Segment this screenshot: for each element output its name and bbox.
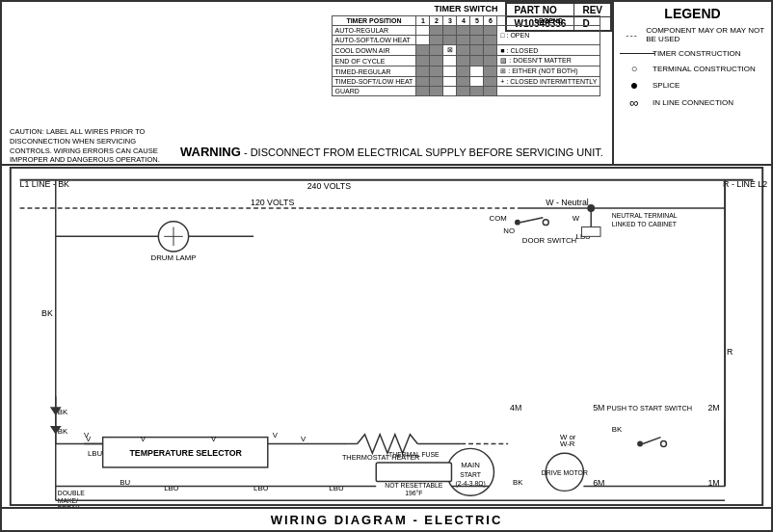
warning-text: - DISCONNECT FROM ELECTRICAL SUPPLY BEFO… xyxy=(244,146,603,158)
wiring-diagram: L1 LINE - BK R - LINE L2 240 VOLTS 120 V… xyxy=(2,166,771,507)
legend-desc-4: SPLICE xyxy=(653,81,680,90)
v-label-2: V xyxy=(141,435,147,443)
double-make-label: DOUBLE xyxy=(58,490,86,496)
warning-line: WARNING - DISCONNECT FROM ELECTRICAL SUP… xyxy=(180,145,603,159)
double-make-label3: BREAK xyxy=(58,505,81,507)
legend-title: LEGEND xyxy=(620,6,765,21)
diagram-title: WIRING DIAGRAM - ELECTRIC xyxy=(2,513,771,527)
5m-label: 5M xyxy=(593,403,604,412)
timer-row-5: TIMED-REGULAR xyxy=(332,66,416,77)
lbu-label-1: LBU xyxy=(164,484,179,492)
warning-label: WARNING xyxy=(180,145,241,159)
timer-switch-title: TIMER SWITCH xyxy=(320,4,612,13)
timer-row-2: AUTO-SOFT/LOW HEAT xyxy=(332,36,416,45)
w-neutral-label: W - Neutral xyxy=(546,198,589,207)
dot-symbol: ● xyxy=(620,77,649,93)
w-wr-label2: W-R xyxy=(560,439,575,448)
svg-rect-27 xyxy=(581,227,600,237)
legend-item-1: - - - COMPONENT MAY OR MAY NOT BE USED xyxy=(620,26,765,43)
lbu-label-3: LBU xyxy=(329,484,344,492)
timer-row-6: TIMED-SOFT/LOW HEAT xyxy=(332,77,416,87)
r-label-right: R xyxy=(727,347,733,357)
lbu-label-temp: LBU xyxy=(88,449,103,458)
drive-motor-label: DRIVE MOTOR xyxy=(542,469,588,476)
thermal-fuse-symbol xyxy=(376,463,451,482)
v-label-top2: V xyxy=(273,431,279,439)
bk-label-mid: BK xyxy=(513,478,523,487)
main-container: PART NO REV W10348336 D LEGEND - - - COM… xyxy=(0,0,773,532)
timer-switch-area: TIMER SWITCH TIMER POSITION 1 2 3 4 5 6 … xyxy=(320,4,612,96)
circle-symbol: ○ xyxy=(620,63,649,74)
legend-desc-2: TIMER CONSTRUCTION xyxy=(653,49,741,58)
push-start-label: PUSH TO START SWITCH xyxy=(607,404,693,412)
legend-desc-1: COMPONENT MAY OR MAY NOT BE USED xyxy=(646,26,765,43)
push-start-node2 xyxy=(661,441,667,447)
lbu-label-2: LBU xyxy=(253,484,269,492)
com-label: COM xyxy=(490,214,507,223)
diagram-area: L1 LINE - BK R - LINE L2 240 VOLTS 120 V… xyxy=(2,164,771,509)
legend-item-3: ○ TERMINAL CONSTRUCTION xyxy=(620,63,765,74)
timer-row-1: AUTO-REGULAR xyxy=(332,26,416,36)
240v-label: 240 VOLTS xyxy=(307,181,351,191)
solid-symbol: ——— xyxy=(620,46,649,60)
no-label: NO xyxy=(503,226,515,235)
v-label-top1: V xyxy=(84,431,90,439)
4m-label: 4M xyxy=(510,403,521,412)
temp-selector-label: TEMPERATURE SELECTOR xyxy=(129,448,242,458)
v-label-4: V xyxy=(301,435,307,443)
relay-spec: (2-4-3.8Ω) xyxy=(455,480,485,488)
start-label: START xyxy=(460,471,482,478)
thermal-fuse-label2: NOT RESETTABLE xyxy=(385,482,443,489)
bu-label: BU xyxy=(120,478,130,487)
door-switch-node1 xyxy=(515,220,520,226)
120v-label: 120 VOLTS xyxy=(251,198,294,207)
dashed-symbol: - - - xyxy=(620,30,642,40)
bk-label-left: BK xyxy=(41,308,53,318)
main-label: MAIN xyxy=(461,461,480,469)
door-switch-node2 xyxy=(543,220,548,226)
thermal-fuse-label3: 196°F xyxy=(405,490,422,496)
drum-lamp-label: DRUM LAMP xyxy=(151,253,197,262)
door-switch-label: DOOR SWITCH xyxy=(522,236,576,245)
timer-row-3: COOL DOWN AIR xyxy=(332,45,416,56)
timer-row-4: END OF CYCLE xyxy=(332,56,416,66)
w-label-top: W xyxy=(573,214,580,223)
v-label-3: V xyxy=(211,435,217,443)
timer-row-7: GUARD xyxy=(332,87,416,96)
infinity-symbol: ∞ xyxy=(620,95,649,110)
bk-label-mid2: BK xyxy=(612,425,623,434)
thermal-fuse-label1: THERMAL FUSE xyxy=(388,451,440,458)
neutral-terminal-label2: LINKED TO CABINET xyxy=(612,221,678,227)
legend-desc-5: IN LINE CONNECTION xyxy=(653,98,733,107)
legend-item-5: ∞ IN LINE CONNECTION xyxy=(620,95,765,110)
legend-desc-3: TERMINAL CONSTRUCTION xyxy=(653,65,756,73)
2m-label: 2M xyxy=(707,403,719,412)
push-start-node1 xyxy=(637,441,643,447)
legend-item-4: ● SPLICE xyxy=(620,77,765,93)
legend-item-2: ——— TIMER CONSTRUCTION xyxy=(620,46,765,60)
neutral-terminal-label: NEUTRAL TERMINAL xyxy=(612,212,678,219)
